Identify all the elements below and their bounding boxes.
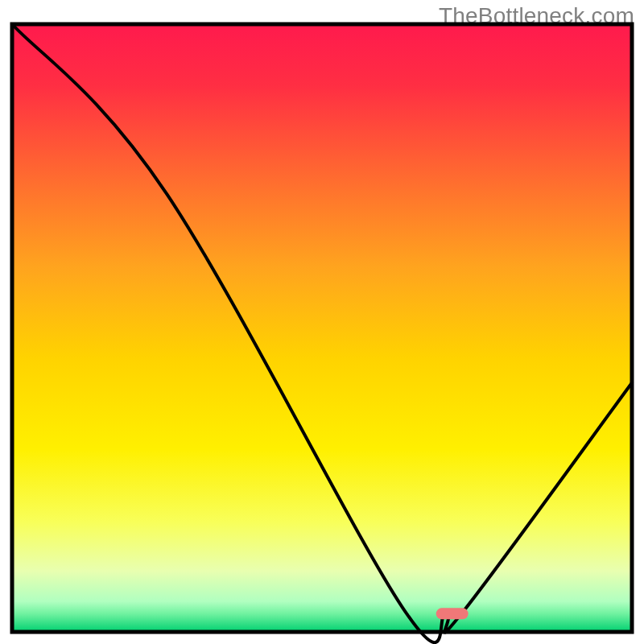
chart-container: TheBottleneck.com <box>0 0 644 644</box>
bottleneck-chart <box>0 0 644 644</box>
optimal-marker <box>436 608 469 619</box>
